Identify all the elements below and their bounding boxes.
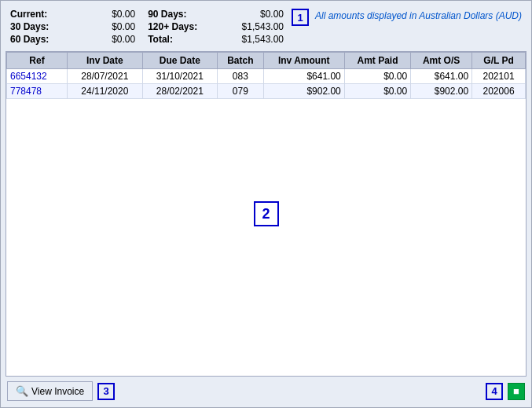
col-due-date: Due Date xyxy=(142,53,218,69)
notice-text: All amounts displayed in Australian Doll… xyxy=(315,9,522,21)
days90-label: 90 Days: xyxy=(148,9,212,20)
col-amt-os: Amt O/S xyxy=(411,53,472,69)
days120-label: 120+ Days: xyxy=(148,21,212,32)
cell-inv-amount: $902.00 xyxy=(263,84,344,99)
col-batch: Batch xyxy=(218,53,264,69)
cell-inv-date: 24/11/2020 xyxy=(68,84,143,99)
cell-amt-os: $641.00 xyxy=(411,69,472,84)
col-gl-pd: G/L Pd xyxy=(472,53,526,69)
cell-due-date: 31/10/2021 xyxy=(142,69,218,84)
cell-batch: 083 xyxy=(218,69,264,84)
badge-4: 4 xyxy=(486,383,503,400)
table-row[interactable]: 778478 24/11/2020 28/02/2021 079 $902.00… xyxy=(7,84,526,99)
summary-section: Current: $0.00 90 Days: $0.00 30 Days: $… xyxy=(6,6,526,48)
col-ref: Ref xyxy=(7,53,68,69)
green-checkmark-icon[interactable]: ■ xyxy=(508,383,525,400)
view-invoice-button[interactable]: 🔍 View Invoice xyxy=(7,381,93,401)
table-row[interactable]: 6654132 28/07/2021 31/10/2021 083 $641.0… xyxy=(7,69,526,84)
col-inv-amount: Inv Amount xyxy=(263,53,344,69)
current-value: $0.00 xyxy=(77,9,135,20)
col-inv-date: Inv Date xyxy=(68,53,143,69)
view-invoice-label: View Invoice xyxy=(31,386,84,397)
footer: 🔍 View Invoice 3 4 ■ xyxy=(6,380,526,402)
col-amt-paid: Amt Paid xyxy=(344,53,410,69)
invoice-table: Ref Inv Date Due Date Batch Inv Amount A… xyxy=(6,52,526,99)
days30-value: $0.00 xyxy=(77,21,135,32)
cell-gl-pd: 202006 xyxy=(472,84,526,99)
cell-amt-os: $902.00 xyxy=(411,84,472,99)
summary-grid: Current: $0.00 90 Days: $0.00 30 Days: $… xyxy=(10,9,284,45)
cell-batch: 079 xyxy=(218,84,264,99)
badge-3: 3 xyxy=(97,383,115,400)
notice-1-badge: 1 xyxy=(292,9,309,26)
search-icon: 🔍 xyxy=(16,385,28,397)
table-container: Ref Inv Date Due Date Batch Inv Amount A… xyxy=(6,51,526,377)
current-label: Current: xyxy=(10,9,64,20)
days30-label: 30 Days: xyxy=(10,21,64,32)
total-label: Total: xyxy=(148,34,212,45)
days90-value: $0.00 xyxy=(226,9,284,20)
days120-value: $1,543.00 xyxy=(226,21,284,32)
placeholder-2-badge: 2 xyxy=(254,201,279,226)
main-container: Current: $0.00 90 Days: $0.00 30 Days: $… xyxy=(0,0,532,408)
cell-amt-paid: $0.00 xyxy=(344,84,410,99)
cell-due-date: 28/02/2021 xyxy=(142,84,218,99)
table-header-row: Ref Inv Date Due Date Batch Inv Amount A… xyxy=(7,53,526,69)
total-value: $1,543.00 xyxy=(226,34,284,45)
cell-inv-amount: $641.00 xyxy=(263,69,344,84)
cell-ref: 6654132 xyxy=(7,69,68,84)
cell-amt-paid: $0.00 xyxy=(344,69,410,84)
cell-ref: 778478 xyxy=(7,84,68,99)
footer-right: 4 ■ xyxy=(486,383,525,400)
cell-inv-date: 28/07/2021 xyxy=(68,69,143,84)
notice-box: 1 All amounts displayed in Australian Do… xyxy=(292,9,522,26)
cell-gl-pd: 202101 xyxy=(472,69,526,84)
days60-value: $0.00 xyxy=(77,34,135,45)
days60-label: 60 Days: xyxy=(10,34,64,45)
